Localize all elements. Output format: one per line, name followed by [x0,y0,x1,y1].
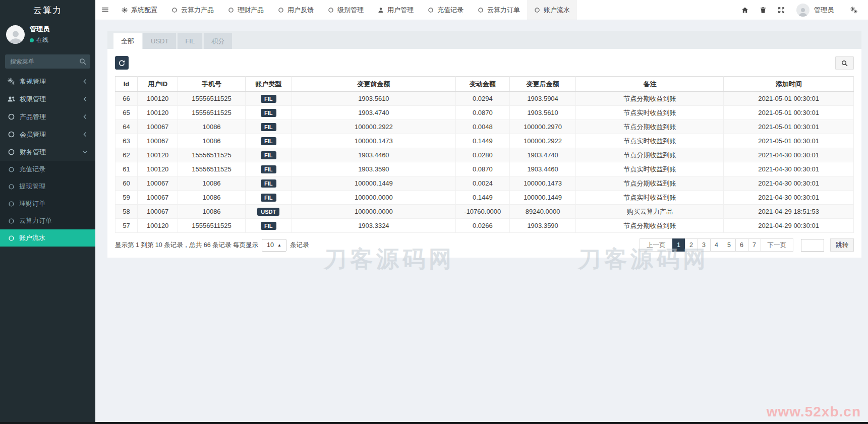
account-type-badge: FIL [261,137,276,145]
fullscreen-icon[interactable] [772,0,790,20]
column-header[interactable]: 变更前金额 [292,77,455,92]
cell-phone: 10086 [178,191,245,205]
cell-after-amount: 1903.5904 [509,92,576,106]
topnav-item-label: 用户反馈 [287,6,314,15]
filter-tab[interactable]: FIL [178,33,202,49]
trash-icon[interactable] [754,0,772,20]
sidebar-submenu-item[interactable]: 提现管理 [0,178,95,195]
next-page-button[interactable]: 下一页 [761,238,794,252]
sidebar-menu-item[interactable]: 会员管理 [0,126,95,143]
app-window: 云算力 管理员 在线 常规管理 权限管理 产品管理 [0,0,868,424]
cell-user-id: 100120 [137,106,178,120]
topnav-item[interactable]: 系统配置 [114,0,164,20]
table-search-toggle-button[interactable] [835,56,854,70]
page-number-button[interactable]: 1 [672,238,685,252]
cell-change-amount: 0.0024 [455,176,509,191]
filter-tab[interactable]: 全部 [113,33,142,49]
cell-change-amount: 0.0280 [455,148,509,162]
cell-after-amount: 1903.5610 [509,106,576,120]
jump-button[interactable]: 跳转 [830,238,854,252]
column-header[interactable]: 变动金额 [455,77,509,92]
table-row: 61 100120 15556511525 FIL 1903.3590 0.08… [115,162,854,176]
users-icon [8,95,15,103]
account-type-badge: FIL [261,165,276,173]
cell-after-amount: 100000.1449 [509,191,576,205]
filter-tab[interactable]: 积分 [204,33,232,49]
cell-after-amount: 1903.3590 [509,219,576,233]
column-header[interactable]: Id [115,77,138,92]
page-number-button[interactable]: 6 [735,238,748,252]
topnav-item[interactable]: 理财产品 [221,0,271,20]
sidebar-submenu-item[interactable]: 云算力订单 [0,212,95,229]
cell-before-amount: 100000.2922 [292,120,455,134]
admin-avatar[interactable] [796,4,809,17]
cell-phone: 10086 [178,120,245,134]
admin-name[interactable]: 管理员 [814,6,834,15]
sidebar-submenu-item-label: 提现管理 [19,182,45,191]
topnav-item[interactable]: 云算力订单 [471,0,527,20]
refresh-button[interactable] [115,56,129,70]
sidebar-submenu-item-label: 账户流水 [19,233,45,243]
topnav-item[interactable]: 级别管理 [321,0,371,20]
circle-icon [534,7,540,13]
pagination-info: 显示第 1 到第 10 条记录，总共 66 条记录 每页显示 10 ▲ 条记录 [115,239,309,252]
filter-tab[interactable]: USDT [143,33,176,49]
user-info: 管理员 在线 [30,25,49,44]
watermark-corner: www.52xb.cn [767,404,861,420]
table-row: 60 100067 10086 FIL 100000.1449 0.0024 1… [115,176,854,191]
table-row: 64 100067 10086 FIL 100000.2922 0.0048 1… [115,120,854,134]
topnav-item[interactable]: 用户管理 [371,0,421,20]
sidebar-submenu-item-label: 云算力订单 [19,216,52,225]
column-header[interactable]: 变更后金额 [509,77,576,92]
topnav-item[interactable]: 云算力产品 [164,0,221,20]
topnav-item[interactable]: 充值记录 [421,0,471,20]
person-icon [8,29,23,44]
bottom-edge-strip [0,422,868,424]
table-body: 66 100120 15556511525 FIL 1903.5610 0.02… [115,92,854,233]
page-number-button[interactable]: 4 [710,238,723,252]
page-number-button[interactable]: 5 [723,238,736,252]
column-header[interactable]: 添加时间 [724,77,854,92]
circle-icon [8,148,15,156]
cell-user-id: 100067 [137,191,178,205]
home-icon[interactable] [736,0,754,20]
table-row: 62 100120 15556511525 FIL 1903.4460 0.02… [115,148,854,162]
cell-time: 2021-05-01 00:30:01 [724,106,854,120]
sidebar-menu-item[interactable]: 权限管理 [0,90,95,108]
hamburger-icon[interactable] [95,0,114,20]
sidebar-menu-item[interactable]: 财务管理 [0,143,95,161]
page-number-button[interactable]: 2 [685,238,698,252]
column-header[interactable]: 账户类型 [245,77,292,92]
column-header[interactable]: 备注 [576,77,724,92]
cell-change-amount: 0.0870 [455,106,509,120]
cell-before-amount: 1903.4460 [292,148,455,162]
search-icon[interactable] [79,58,86,65]
cogs-icon[interactable] [845,0,863,20]
jump-page-input[interactable] [801,239,824,252]
cell-id: 66 [115,92,138,106]
cell-before-amount: 100000.0000 [292,205,455,219]
sidebar-submenu-item[interactable]: 账户流水 [0,229,95,247]
sidebar-menu-item[interactable]: 产品管理 [0,108,95,126]
cell-id: 60 [115,176,138,191]
table-header-row: Id用户ID手机号账户类型变更前金额变动金额变更后金额备注添加时间 [115,77,854,92]
cell-change-amount: 0.0870 [455,162,509,176]
page-number-button[interactable]: 3 [698,238,711,252]
topnav-item[interactable]: 用户反馈 [271,0,321,20]
cell-after-amount: 1903.4460 [509,162,576,176]
page-number-button[interactable]: 7 [748,238,761,252]
page-size-select[interactable]: 10 ▲ [262,239,286,252]
menu-search-input[interactable] [5,54,90,69]
circle-icon [8,184,15,190]
topnav-item-label: 云算力订单 [487,6,520,15]
sidebar-submenu-item[interactable]: 理财订单 [0,195,95,212]
table-panel: Id用户ID手机号账户类型变更前金额变动金额变更后金额备注添加时间 66 100… [107,49,861,258]
cell-before-amount: 100000.1473 [292,134,455,148]
account-type-badge: FIL [261,194,276,202]
topnav-item[interactable]: 账户流水 [527,0,577,20]
column-header[interactable]: 用户ID [137,77,178,92]
sidebar-submenu-item[interactable]: 充值记录 [0,161,95,178]
sidebar-menu-item[interactable]: 常规管理 [0,73,95,90]
prev-page-button[interactable]: 上一页 [640,238,673,252]
column-header[interactable]: 手机号 [178,77,245,92]
